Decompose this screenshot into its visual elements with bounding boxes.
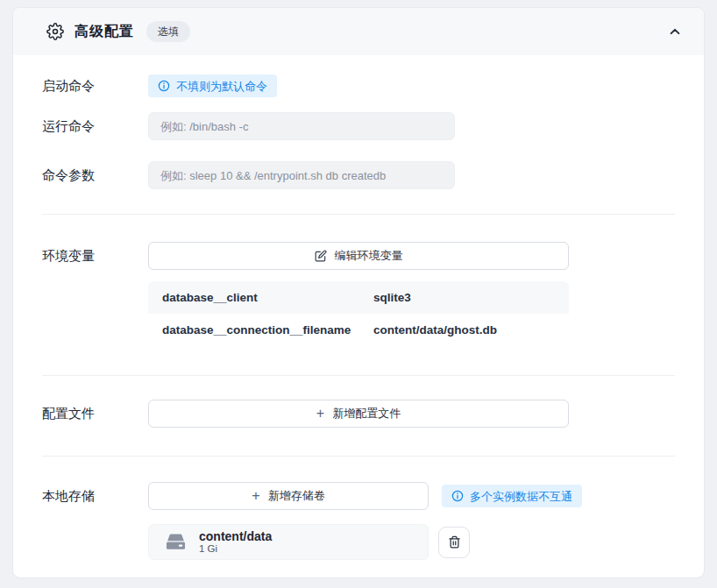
storage-volume-row: content/data 1 Gi bbox=[148, 524, 675, 560]
advanced-config-panel: 高级配置 选填 启动命令 不填则为默认命令 运行命令 bbox=[12, 7, 705, 578]
section-divider bbox=[42, 214, 675, 215]
run-command-row: 运行命令 bbox=[42, 112, 675, 140]
local-storage-row: 本地存储 + 新增存储卷 多个实例数据不互通 bbox=[42, 482, 675, 510]
edit-square-icon bbox=[315, 250, 327, 262]
add-config-file-label: 新增配置文件 bbox=[332, 406, 401, 422]
optional-badge: 选填 bbox=[146, 21, 190, 42]
config-file-row: 配置文件 + 新增配置文件 bbox=[42, 400, 675, 428]
volume-path: content/data bbox=[199, 529, 272, 543]
delete-volume-button[interactable] bbox=[438, 527, 470, 558]
collapse-chevron-up-icon[interactable] bbox=[669, 25, 681, 38]
panel-title: 高级配置 bbox=[75, 23, 134, 41]
info-circle-icon bbox=[158, 80, 170, 92]
env-var-value: content/data/ghost.db bbox=[373, 323, 497, 337]
trash-icon bbox=[448, 535, 461, 549]
panel-header: 高级配置 选填 bbox=[13, 8, 704, 55]
env-vars-label: 环境变量 bbox=[42, 248, 148, 265]
env-var-key: database__client bbox=[162, 291, 373, 304]
plus-icon: + bbox=[252, 489, 259, 503]
command-args-row: 命令参数 bbox=[42, 161, 675, 189]
env-var-value: sqlite3 bbox=[373, 291, 411, 304]
edit-env-vars-button[interactable]: 编辑环境变量 bbox=[148, 242, 569, 270]
section-divider bbox=[42, 375, 675, 376]
startup-command-row: 启动命令 不填则为默认命令 bbox=[42, 74, 675, 97]
command-args-label: 命令参数 bbox=[42, 167, 148, 184]
env-vars-row: 环境变量 编辑环境变量 bbox=[42, 242, 675, 270]
env-var-row: database__connection__filename content/d… bbox=[148, 314, 569, 346]
local-storage-label: 本地存储 bbox=[42, 488, 148, 505]
edit-env-vars-label: 编辑环境变量 bbox=[335, 248, 403, 264]
hard-drive-icon bbox=[164, 532, 188, 552]
add-storage-volume-button[interactable]: + 新增存储卷 bbox=[148, 482, 429, 510]
plus-icon: + bbox=[316, 407, 324, 421]
local-storage-hint: 多个实例数据不互通 bbox=[442, 485, 582, 507]
add-config-file-button[interactable]: + 新增配置文件 bbox=[148, 400, 569, 428]
env-vars-table: database__client sqlite3 database__conne… bbox=[148, 281, 569, 346]
info-circle-icon bbox=[451, 490, 464, 502]
gear-icon bbox=[46, 23, 64, 40]
run-command-label: 运行命令 bbox=[42, 118, 148, 135]
volume-size: 1 Gi bbox=[199, 543, 272, 556]
section-divider bbox=[42, 456, 675, 457]
local-storage-hint-text: 多个实例数据不互通 bbox=[470, 491, 572, 502]
startup-command-hint: 不填则为默认命令 bbox=[148, 74, 277, 97]
run-command-input[interactable] bbox=[148, 112, 455, 140]
env-var-row: database__client sqlite3 bbox=[148, 281, 569, 314]
add-storage-volume-label: 新增存储卷 bbox=[268, 488, 325, 504]
command-args-input[interactable] bbox=[148, 161, 455, 189]
config-file-label: 配置文件 bbox=[42, 406, 148, 422]
panel-body: 启动命令 不填则为默认命令 运行命令 命令参数 环境变量 bbox=[13, 74, 704, 560]
storage-volume-card: content/data 1 Gi bbox=[148, 524, 429, 560]
env-var-key: database__connection__filename bbox=[162, 323, 373, 337]
startup-command-label: 启动命令 bbox=[42, 78, 148, 95]
startup-command-hint-text: 不填则为默认命令 bbox=[176, 81, 267, 92]
